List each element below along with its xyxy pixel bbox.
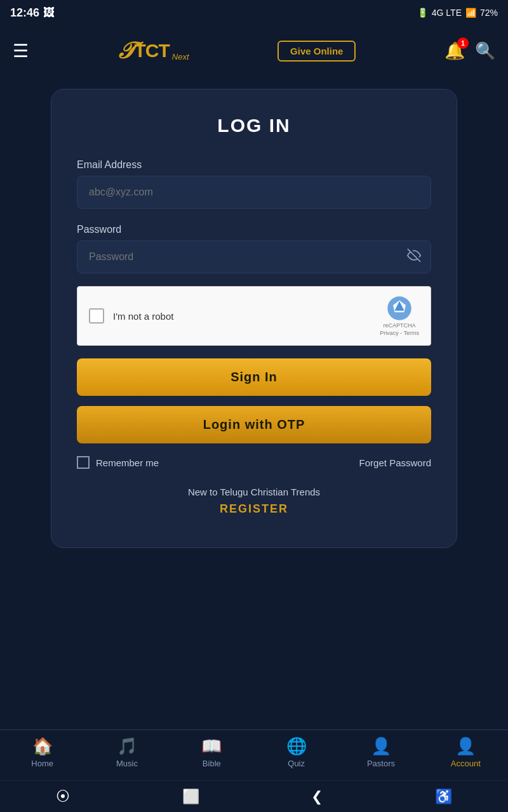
music-nav-label: Music	[116, 759, 138, 768]
home-nav-label: Home	[31, 759, 53, 768]
nav-accessibility-button[interactable]: ♿	[435, 789, 452, 805]
logo-next-text: Next	[172, 52, 189, 64]
notification-badge: 1	[457, 37, 469, 49]
toggle-password-icon[interactable]	[407, 249, 421, 266]
time-display: 12:46	[10, 6, 39, 20]
pastors-icon: 👤	[371, 737, 391, 756]
nav-item-pastors[interactable]: 👤 Pastors	[338, 737, 423, 773]
main-content: LOG IN Email Address Password I'm not a …	[0, 76, 508, 561]
recaptcha-widget[interactable]: I'm not a robot reCAPTCHA Privacy - Term…	[77, 286, 431, 346]
nav-item-account[interactable]: 👤 Account	[424, 737, 508, 773]
recaptcha-links: Privacy - Terms	[380, 330, 419, 336]
nav-item-music[interactable]: 🎵 Music	[84, 737, 169, 773]
recaptcha-privacy-link[interactable]: Privacy	[380, 330, 399, 336]
captcha-label: I'm not a robot	[113, 311, 173, 322]
status-time: 12:46 🖼	[10, 6, 55, 20]
register-section: New to Telugu Christian Trends REGISTER	[77, 487, 431, 516]
password-input[interactable]	[77, 240, 431, 273]
nav-home-button[interactable]: ⬜	[182, 789, 199, 805]
forget-password-link[interactable]: Forget Password	[359, 457, 431, 468]
email-label: Email Address	[77, 159, 431, 171]
top-navbar: ☰ 𝒯 TCT Next Give Online 🔔 1 🔍	[0, 25, 508, 76]
login-otp-button[interactable]: Login with OTP	[77, 406, 431, 443]
signal-text: 4G LTE	[432, 8, 462, 18]
password-field-wrapper	[77, 240, 431, 273]
nav-back-button[interactable]: ❮	[311, 789, 323, 805]
remember-me-label: Remember me	[96, 457, 159, 468]
remember-forget-row: Remember me Forget Password	[77, 456, 431, 469]
recaptcha-terms-link[interactable]: Terms	[404, 330, 420, 336]
account-nav-label: Account	[451, 759, 481, 768]
nav-item-bible[interactable]: 📖 Bible	[170, 737, 254, 773]
sign-in-button[interactable]: Sign In	[77, 358, 431, 396]
email-input[interactable]	[77, 176, 431, 209]
remember-me-section: Remember me	[77, 456, 159, 469]
battery-icon: 🔋	[417, 8, 428, 18]
login-card: LOG IN Email Address Password I'm not a …	[51, 89, 457, 548]
recaptcha-logo-icon	[387, 296, 412, 321]
quiz-nav-label: Quiz	[288, 759, 305, 768]
nav-item-quiz[interactable]: 🌐 Quiz	[254, 737, 338, 773]
quiz-icon: 🌐	[286, 737, 307, 756]
hamburger-menu-button[interactable]: ☰	[13, 41, 29, 62]
search-button[interactable]: 🔍	[475, 41, 495, 61]
nav-icons-container: 🔔 1 🔍	[444, 41, 495, 61]
recaptcha-left: I'm not a robot	[89, 308, 173, 324]
register-link[interactable]: REGISTER	[220, 502, 288, 515]
pastors-nav-label: Pastors	[367, 759, 395, 768]
login-title: LOG IN	[77, 115, 431, 136]
music-icon: 🎵	[117, 737, 137, 756]
bible-nav-label: Bible	[203, 759, 221, 768]
password-label: Password	[77, 224, 431, 235]
recaptcha-right: reCAPTCHA Privacy - Terms	[380, 296, 419, 336]
system-navigation: ⦿ ⬜ ❮ ♿	[0, 780, 508, 812]
home-icon: 🏠	[32, 737, 53, 756]
app-logo: 𝒯 TCT Next	[117, 37, 189, 64]
logo-symbol: 𝒯	[117, 37, 132, 64]
bottom-navigation: 🏠 Home 🎵 Music 📖 Bible 🌐 Quiz 👤 Pastors …	[0, 730, 508, 780]
remember-me-checkbox[interactable]	[77, 456, 90, 469]
photo-icon: 🖼	[43, 6, 55, 20]
notification-bell-button[interactable]: 🔔 1	[444, 41, 465, 61]
status-icons: 🔋 4G LTE 📶 72%	[417, 8, 498, 18]
account-icon: 👤	[455, 737, 476, 756]
status-bar: 12:46 🖼 🔋 4G LTE 📶 72%	[0, 0, 508, 25]
recaptcha-brand: reCAPTCHA	[384, 322, 416, 329]
new-to-text: New to Telugu Christian Trends	[77, 487, 431, 497]
captcha-checkbox[interactable]	[89, 308, 104, 324]
give-online-button[interactable]: Give Online	[277, 41, 356, 62]
signal-bars-icon: 📶	[465, 8, 476, 18]
bible-icon: 📖	[201, 737, 222, 756]
nav-item-home[interactable]: 🏠 Home	[0, 737, 84, 773]
nav-menu-button[interactable]: ⦿	[56, 789, 70, 805]
battery-percentage: 72%	[480, 8, 498, 18]
logo-tct-text: TCT	[135, 40, 170, 62]
